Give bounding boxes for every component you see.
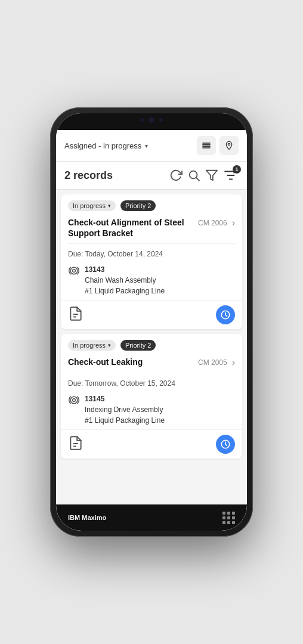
card-1-divider xyxy=(68,243,235,244)
timer-circle-2 xyxy=(216,435,235,454)
card-1-chevron-right-icon[interactable]: › xyxy=(232,218,235,228)
timer-circle-1 xyxy=(216,305,235,324)
chevron-down-icon: ▾ xyxy=(108,203,111,209)
grid-dot xyxy=(222,516,225,519)
header-icons xyxy=(197,136,239,155)
filter-button[interactable] xyxy=(205,169,218,182)
sort-button[interactable]: 1 xyxy=(223,168,239,183)
card-2-badges: In progress ▾ Priority 2 xyxy=(61,334,242,354)
grid-dot xyxy=(222,521,225,524)
location-button[interactable] xyxy=(219,136,239,155)
grid-dot xyxy=(232,516,235,519)
refresh-button[interactable] xyxy=(169,169,183,182)
timer-button-1[interactable] xyxy=(216,305,235,324)
document-button-1[interactable] xyxy=(68,306,84,324)
records-count: 2 records xyxy=(64,169,113,182)
refresh-icon xyxy=(169,169,183,182)
card-1-asset-number: 13143 xyxy=(85,264,165,275)
asset-icon-1 xyxy=(68,265,80,279)
grid-dot xyxy=(232,521,235,524)
document-icon-2 xyxy=(68,435,84,451)
bottom-bar: IBM Maximo xyxy=(56,504,247,531)
notch-camera xyxy=(149,117,154,123)
document-icon xyxy=(68,306,84,321)
status-badge-1[interactable]: In progress ▾ xyxy=(68,200,116,211)
svg-point-11 xyxy=(73,270,76,273)
card-1-asset-row: 13143 Chain Wash Assembly #1 Liquid Pack… xyxy=(61,261,242,300)
records-actions: 1 xyxy=(169,168,239,183)
card-1-title-row: Check-out Alignment of Steel Support Bra… xyxy=(61,215,242,240)
notch xyxy=(116,113,187,126)
card-2-due: Due: Tomorrow, October 15, 2024 xyxy=(61,377,242,390)
status-badge-2[interactable]: In progress ▾ xyxy=(68,340,116,351)
card-2-asset-row: 13145 Indexing Drive Assembly #1 Liquid … xyxy=(61,390,242,429)
card-1-asset-name: Chain Wash Assembly xyxy=(85,275,165,286)
card-2-asset-location: #1 Liquid Packaging Line xyxy=(85,415,165,426)
timer-button-2[interactable] xyxy=(216,435,235,454)
screen-content: Assigned - in progress ▾ xyxy=(56,130,247,504)
phone-screen: Assigned - in progress ▾ xyxy=(56,113,247,531)
sort-badge-count: 1 xyxy=(233,165,241,174)
work-order-card-1: In progress ▾ Priority 2 Check-out Align… xyxy=(61,194,242,329)
card-1-id: CM 2006 xyxy=(198,219,227,227)
header-title: Assigned - in progress xyxy=(64,141,141,150)
grid-dot xyxy=(227,521,230,524)
svg-marker-7 xyxy=(206,171,217,181)
svg-point-16 xyxy=(73,399,76,402)
chevron-down-icon-2: ▾ xyxy=(108,342,111,348)
location-icon xyxy=(224,141,234,150)
svg-point-17 xyxy=(70,397,78,404)
grid-dot xyxy=(222,512,225,515)
notch-area xyxy=(56,113,247,130)
apps-grid-icon[interactable] xyxy=(222,512,235,524)
asset-gear-icon xyxy=(68,265,80,277)
card-2-divider xyxy=(68,373,235,373)
search-icon xyxy=(187,169,200,182)
chevron-down-icon: ▾ xyxy=(145,143,148,149)
card-2-chevron-right-icon[interactable]: › xyxy=(232,357,235,368)
grid-dot xyxy=(227,512,230,515)
card-1-asset-info: 13143 Chain Wash Assembly #1 Liquid Pack… xyxy=(85,264,165,296)
card-1-title: Check-out Alignment of Steel Support Bra… xyxy=(68,217,192,239)
priority-badge-1: Priority 2 xyxy=(120,200,156,211)
records-bar: 2 records xyxy=(56,162,247,190)
clock-icon xyxy=(220,309,231,320)
card-2-footer xyxy=(61,429,242,459)
grid-dot xyxy=(232,512,235,515)
clock-icon-2 xyxy=(220,439,231,450)
work-order-card-2: In progress ▾ Priority 2 Check-out Leaki… xyxy=(61,334,242,459)
card-2-asset-number: 13145 xyxy=(85,394,165,404)
search-button[interactable] xyxy=(187,169,200,182)
header-bar: Assigned - in progress ▾ xyxy=(56,130,247,162)
list-view-button[interactable] xyxy=(197,136,216,155)
grid-dot xyxy=(227,516,230,519)
card-1-footer xyxy=(61,300,242,329)
priority-badge-2: Priority 2 xyxy=(120,340,156,351)
notch-dot-left xyxy=(140,118,144,122)
card-2-title-row: Check-out Leaking CM 2005 › xyxy=(61,354,242,369)
card-2-asset-name: Indexing Drive Assembly xyxy=(85,404,165,415)
asset-icon-2 xyxy=(68,394,80,408)
phone-frame: Assigned - in progress ▾ xyxy=(50,107,253,537)
list-icon xyxy=(202,141,211,150)
filter-icon xyxy=(205,169,218,182)
card-2-id: CM 2005 xyxy=(198,358,227,367)
card-1-asset-location: #1 Liquid Packaging Line xyxy=(85,286,165,296)
card-2-title: Check-out Leaking xyxy=(68,357,192,367)
card-1-badges: In progress ▾ Priority 2 xyxy=(61,194,242,215)
card-2-asset-info: 13145 Indexing Drive Assembly #1 Liquid … xyxy=(85,394,165,426)
asset-gear-icon-2 xyxy=(68,394,80,406)
document-button-2[interactable] xyxy=(68,435,84,453)
notch-dot-right xyxy=(159,118,163,122)
svg-point-4 xyxy=(228,143,230,145)
svg-line-6 xyxy=(196,178,199,181)
ibm-maximo-label: IBM Maximo xyxy=(68,514,106,521)
card-1-due: Due: Today, October 14, 2024 xyxy=(61,247,242,261)
svg-point-12 xyxy=(70,268,78,275)
header-left[interactable]: Assigned - in progress ▾ xyxy=(64,141,148,150)
